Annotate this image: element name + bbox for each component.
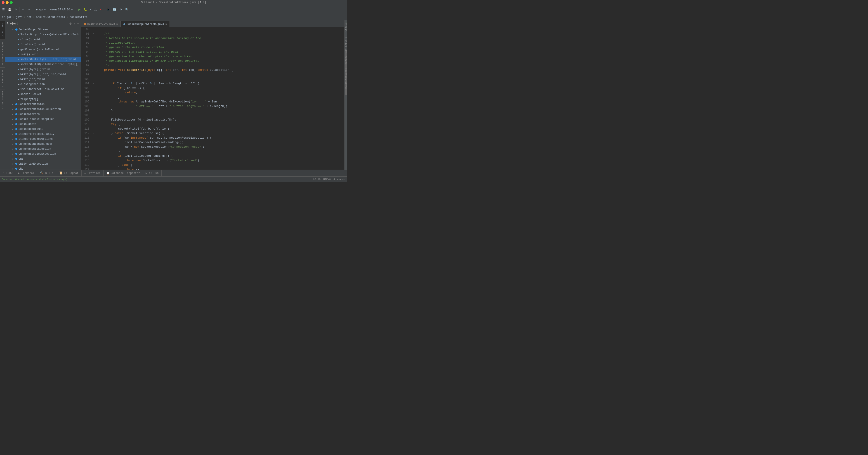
line-content [96,113,344,118]
tree-item[interactable]: ▸🔷SocketPermission [5,102,81,107]
tree-item[interactable]: ▸🔷SocksSocketImpl [5,127,81,132]
code-line: 116 } [81,149,344,154]
coverage-button[interactable]: ▪ [89,6,92,13]
nav-class[interactable]: SocketOutputStream [36,16,65,19]
line-number: 107 [81,109,92,113]
nav-net[interactable]: net [27,16,32,19]
settings-button[interactable]: ⚙ [118,6,123,13]
tree-item[interactable]: ●socketWrite(byte[], int, int):void [5,57,81,62]
tab-todo[interactable]: ☐ TODO [0,170,16,177]
tree-item-label: SocketTimeoutException [19,118,54,121]
nav-method[interactable]: socketWrite [70,16,88,19]
tree-item[interactable]: ▸🔷URL [5,166,81,170]
line-content: FileDescriptor fd = impl.acquireFD(); [96,118,344,122]
nav-rtjar[interactable]: rt.jar [2,16,11,19]
save-button[interactable]: 💾 [6,6,13,13]
avd-button[interactable]: 📱 [105,6,111,13]
sidebar-item-device-file[interactable]: Device File Explorer [344,34,347,66]
line-content: socketWrite0(fd, b, off, len); [96,127,344,131]
tree-type-icon: 🔷 [15,28,18,31]
tree-item[interactable]: ●write(byte[], int, int):void [5,72,81,77]
code-line: 90▾ /** [81,32,344,36]
minimize-button[interactable] [6,1,8,4]
sidebar-settings-button[interactable]: ⚙ [69,22,72,26]
tree-item[interactable]: ▸🔷UnknownContentHandler [5,142,81,147]
tree-item[interactable]: ●close():void [5,37,81,42]
tab-build[interactable]: 🔨 Build [37,170,56,177]
line-content: } [96,95,344,99]
line-number: 108 [81,113,92,118]
tab-logcat[interactable]: 📜 6: Logcat [56,170,82,177]
sidebar-item-resource[interactable]: Resource Manager [0,39,5,67]
close-button[interactable] [2,1,4,4]
tab-profiler[interactable]: △ Profiler [82,170,103,177]
line-content: * Writes to the socket with appropriate … [96,36,344,41]
sidebar-collapse-button[interactable]: ≡ [73,22,76,26]
tab-terminal[interactable]: ▶ Terminal [16,170,37,177]
code-line: 114 impl.setConnectionResetPending(); [81,140,344,145]
sidebar-item-project[interactable]: 1: Project [0,21,5,39]
tree-item[interactable]: ◆impl:AbstractPlainSocketImpl [5,87,81,92]
search-button[interactable]: 🔍 [124,6,130,13]
database-icon: 📋 [106,172,110,175]
toolbar: ☰ 💾 ↻ ← → ▶ app ▼ Nexus 6P API 30 ▼ ▶ 🐛 … [0,5,347,14]
tree-item[interactable]: ●write(byte[]):void [5,67,81,72]
line-number: 91 [81,36,92,41]
close-icon[interactable]: ✕ [116,23,118,26]
tree-item[interactable]: ●SocketOutputStream(AbstractPlainSock… [5,32,81,37]
maximize-button[interactable] [10,1,13,4]
debug-button[interactable]: 🐛 [82,6,88,13]
sidebar-item-gradle[interactable]: Gradle [344,21,347,33]
tab-socketoutputstream[interactable]: SocketOutputStream.java ✕ [121,21,170,27]
menu-button[interactable]: ☰ [1,6,6,13]
tree-item-label: closing:boolean [20,83,45,86]
tree-item[interactable]: ▸🔷URI [5,156,81,161]
stop-button[interactable]: ■ [98,6,103,13]
tree-item[interactable]: ▸🔷StandardSocketOptions [5,136,81,142]
tree-item[interactable]: ◆closing:boolean [5,82,81,87]
tree-item[interactable]: ▸🔷UnknownHostException [5,147,81,152]
run-button[interactable]: ▶ [77,6,82,13]
sidebar-item-favorites[interactable]: 2: Favorites [0,67,5,89]
tree-item[interactable]: ▸🔷URISyntaxException [5,161,81,166]
sync-button[interactable]: ↻ [13,6,18,13]
close-icon[interactable]: ✕ [165,23,167,26]
line-number: 103 [81,90,92,95]
forward-button[interactable]: → [26,6,32,13]
run-config-dropdown[interactable]: ▶ app ▼ [34,6,48,13]
tree-item[interactable]: ▾🔷SocketOutputStream [5,27,81,32]
sidebar-close-button[interactable]: − [76,22,79,26]
tree-item[interactable]: ◆temp:byte[] [5,97,81,102]
tree-type-icon: 🔷 [15,168,18,170]
tab-database-inspector[interactable]: 📋 Database Inspector [103,170,143,177]
tree-item[interactable]: ●socketWrite0(FileDescriptor, byte[], in… [5,62,81,67]
code-line: 112▾ } catch (SocketException se) { [81,131,344,136]
nav-java[interactable]: java [16,16,22,19]
back-button[interactable]: ← [21,6,26,13]
sdk-button[interactable]: 🔄 [112,6,118,13]
tree-item[interactable]: ▸🔷StandardProtocolFamily [5,132,81,136]
tree-item[interactable]: ●write(int):void [5,77,81,82]
tree-type-icon: 🔷 [15,123,18,125]
tab-mainactivity[interactable]: MainActivity.java ✕ [81,21,121,27]
tree-item[interactable]: ▸🔷SocksConsts [5,122,81,127]
tab-run[interactable]: ▶ 4: Run [143,170,162,177]
line-gutter: ▾ [92,131,96,136]
line-content: + " off == " + off + " buffer length == … [96,104,344,109]
tree-item[interactable]: ▸🔷SocketPermissionCollection [5,107,81,112]
tree-item[interactable]: ▸🔷UnknownServiceException [5,152,81,156]
tree-item[interactable]: ●getChannel():FileChannel [5,47,81,52]
device-dropdown[interactable]: Nexus 6P API 30 ▼ [48,6,74,13]
line-number: 111 [81,127,92,131]
tree-item[interactable]: ●finalize():void [5,42,81,47]
profile-button[interactable]: △ [93,6,98,13]
sidebar-item-structure[interactable]: Z: Structure [0,89,5,111]
code-editor[interactable]: 89 90▾ /**91 * Writes to the socket with… [81,27,344,170]
sidebar-item-build-variants[interactable]: Build Variants [344,67,347,90]
tree-item[interactable]: ▸🔷SocketSecrets [5,112,81,117]
line-number: 95 [81,54,92,59]
tree-item[interactable]: ▸🔷SocketTimeoutException [5,117,81,122]
tree-item[interactable]: ●init():void [5,52,81,57]
line-number: 105 [81,99,92,104]
tree-item[interactable]: ◆socket:Socket [5,92,81,97]
